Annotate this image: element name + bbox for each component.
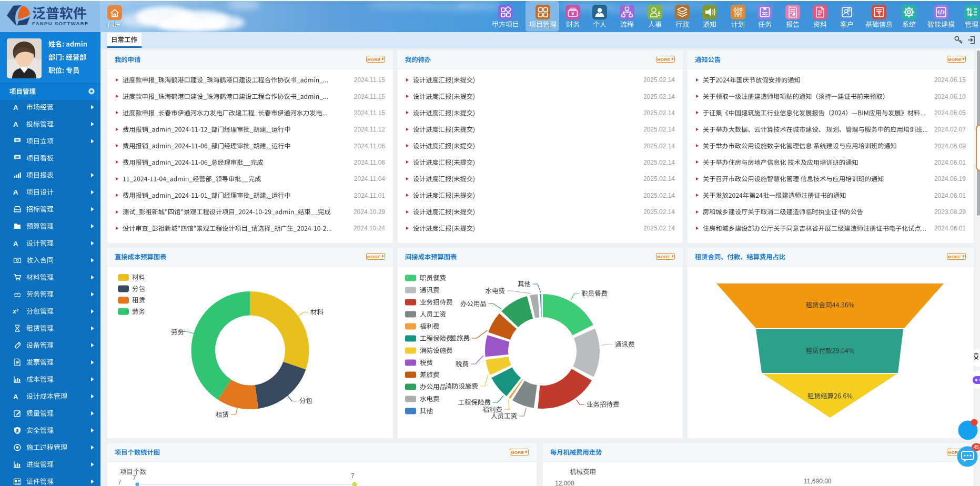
svg-text:A: A xyxy=(13,393,18,401)
svg-text:A: A xyxy=(13,188,18,196)
svg-text:¥: ¥ xyxy=(878,11,881,17)
svg-text:A: A xyxy=(13,240,18,248)
svg-text:x²: x² xyxy=(12,308,19,315)
svg-text:¥: ¥ xyxy=(571,11,574,16)
svg-text:A: A xyxy=(13,104,18,112)
svg-text:45: 45 xyxy=(973,444,979,450)
svg-text:A: A xyxy=(13,120,18,128)
